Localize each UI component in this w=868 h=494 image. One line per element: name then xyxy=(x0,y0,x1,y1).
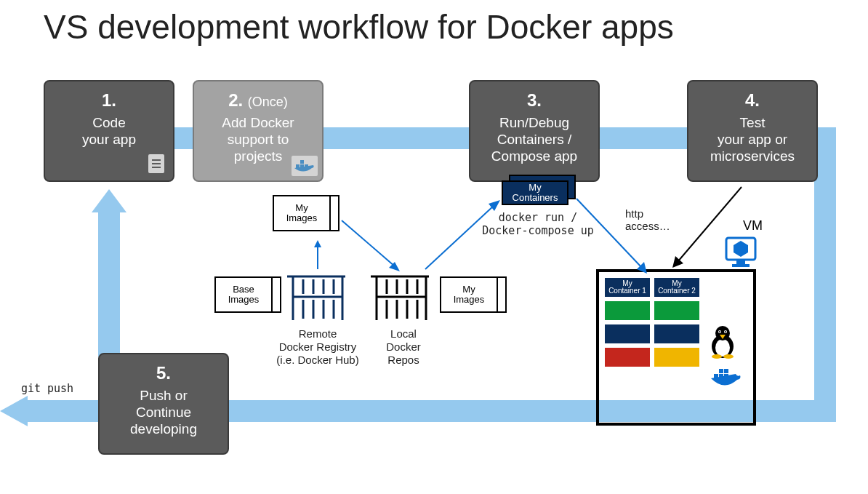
vm-container-yellow xyxy=(654,348,699,367)
step-2-text: Add Docker support to projects xyxy=(222,115,294,164)
step-3-num: 3. xyxy=(476,90,592,111)
step-1-text: Code your app xyxy=(82,115,136,147)
svg-rect-57 xyxy=(724,369,728,373)
step-2-num: 2. (Once) xyxy=(200,90,316,111)
page-title: VS development workflow for Docker apps xyxy=(44,7,674,47)
svg-line-64 xyxy=(576,199,642,268)
docker-icon xyxy=(292,156,318,176)
my-images-stack-top: My Images xyxy=(273,195,342,240)
linux-penguin-icon xyxy=(708,324,737,359)
my-containers-stack: My Containers xyxy=(502,175,582,211)
arrow-step2-to-local xyxy=(338,217,403,275)
local-repos-label: Local Docker Repos xyxy=(371,327,436,367)
step-5-num: 5. xyxy=(105,363,222,383)
svg-point-52 xyxy=(723,354,734,359)
svg-marker-3 xyxy=(92,189,126,212)
arrow-remote-to-images xyxy=(310,240,325,272)
vm-container-red xyxy=(605,348,650,367)
svg-rect-0 xyxy=(22,400,102,422)
my-images-stack-right: My Images xyxy=(440,276,509,322)
my-images-label-2: My Images xyxy=(440,276,498,313)
step-3-box: 3. Run/Debug Containers / Compose app xyxy=(469,80,600,182)
vm-my-container-2: My Container 2 xyxy=(654,278,699,297)
arrow-up-to-step1 xyxy=(95,189,124,356)
vm-box: My Container 1 My Container 2 xyxy=(596,269,756,426)
step-1-num: 1. xyxy=(51,90,167,111)
step-1-box: 1. Code your app xyxy=(44,80,174,182)
step-2-box: 2. (Once) Add Docker support to projects xyxy=(193,80,324,182)
svg-point-51 xyxy=(712,354,722,359)
svg-point-48 xyxy=(719,331,720,332)
git-push-label: git push xyxy=(11,382,84,395)
step-3-text: Run/Debug Containers / Compose app xyxy=(491,115,577,164)
svg-line-62 xyxy=(425,205,494,269)
vm-container-green-1 xyxy=(605,301,650,320)
vm-container-blue-2 xyxy=(654,324,699,343)
step-4-num: 4. xyxy=(694,90,811,111)
arrow-containers-to-vm xyxy=(573,195,653,279)
my-containers-label: My Containers xyxy=(502,180,568,205)
svg-marker-59 xyxy=(314,240,321,247)
base-images-stack: Base Images xyxy=(214,276,284,322)
step-4-text: Test your app or microservices xyxy=(710,115,795,164)
local-repos-icon xyxy=(371,269,429,320)
svg-rect-56 xyxy=(719,369,723,373)
svg-rect-2 xyxy=(98,207,120,356)
vm-container-blue-1 xyxy=(605,324,650,343)
arrow-local-to-containers xyxy=(422,196,505,276)
svg-rect-12 xyxy=(300,160,304,164)
svg-point-49 xyxy=(725,331,726,332)
my-images-label: My Images xyxy=(273,195,331,231)
svg-line-60 xyxy=(342,220,395,266)
arrow-step4-to-vm xyxy=(669,183,749,271)
docker-whale-icon xyxy=(708,367,744,394)
svg-line-66 xyxy=(678,187,742,262)
remote-registry-label: Remote Docker Registry (i.e. Docker Hub) xyxy=(263,327,372,367)
vm-my-container-1: My Container 1 xyxy=(605,278,650,297)
step-5-box: 5. Push or Continue developing xyxy=(98,353,229,455)
base-images-label: Base Images xyxy=(214,276,273,313)
svg-marker-1 xyxy=(0,396,28,426)
step-5-text: Push or Continue developing xyxy=(130,388,197,437)
vm-container-green-2 xyxy=(654,301,699,320)
arrow-git-push xyxy=(0,400,102,422)
svg-point-44 xyxy=(715,339,730,356)
step-4-box: 4. Test your app or microservices xyxy=(687,80,818,182)
document-icon xyxy=(145,153,167,175)
remote-registry-icon xyxy=(287,269,345,320)
